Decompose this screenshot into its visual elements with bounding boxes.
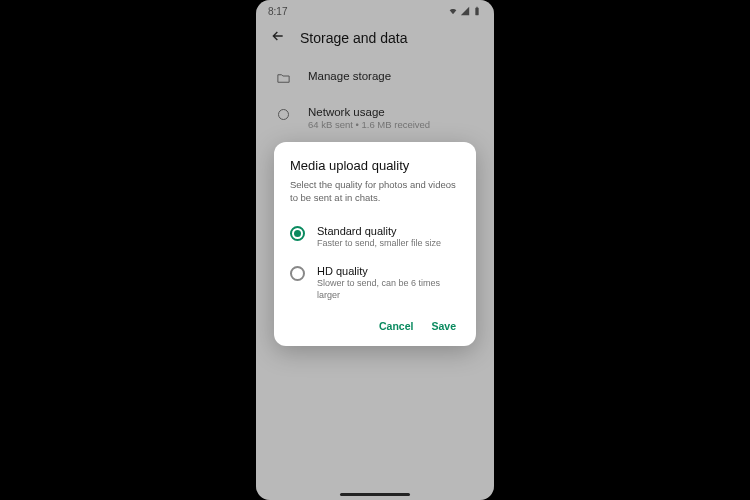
battery-icon	[472, 6, 482, 16]
option-sublabel: Faster to send, smaller file size	[317, 238, 441, 250]
option-hd-quality[interactable]: HD quality Slower to send, can be 6 time…	[290, 259, 460, 311]
row-sublabel: 64 kB sent • 1.6 MB received	[308, 119, 430, 130]
signal-icon	[460, 6, 470, 16]
phone-frame: 8:17 Storage and data Manage storage	[256, 0, 494, 500]
folder-icon	[274, 70, 292, 86]
status-bar: 8:17	[256, 0, 494, 22]
gesture-bar	[340, 493, 410, 496]
svg-rect-1	[476, 7, 478, 8]
dialog-actions: Cancel Save	[290, 312, 460, 338]
media-quality-dialog: Media upload quality Select the quality …	[274, 142, 476, 346]
svg-rect-0	[475, 8, 478, 16]
clock: 8:17	[268, 6, 287, 17]
wifi-icon	[448, 6, 458, 16]
option-standard-quality[interactable]: Standard quality Faster to send, smaller…	[290, 219, 460, 260]
status-icons	[448, 6, 482, 16]
cancel-button[interactable]: Cancel	[379, 320, 413, 332]
data-usage-icon	[274, 106, 292, 122]
save-button[interactable]: Save	[431, 320, 456, 332]
app-bar: Storage and data	[256, 22, 494, 58]
arrow-left-icon	[270, 28, 286, 44]
radio-selected-icon	[290, 226, 305, 241]
option-label: Standard quality	[317, 225, 441, 237]
row-label: Manage storage	[308, 70, 391, 82]
option-sublabel: Slower to send, can be 6 times larger	[317, 278, 460, 301]
svg-point-2	[278, 110, 288, 120]
dialog-subtitle: Select the quality for photos and videos…	[290, 179, 460, 205]
option-label: HD quality	[317, 265, 460, 277]
row-manage-storage[interactable]: Manage storage	[256, 60, 494, 96]
back-button[interactable]	[270, 28, 286, 48]
dialog-title: Media upload quality	[290, 158, 460, 173]
radio-unselected-icon	[290, 266, 305, 281]
row-network-usage[interactable]: Network usage 64 kB sent • 1.6 MB receiv…	[256, 96, 494, 140]
row-label: Network usage	[308, 106, 430, 118]
page-title: Storage and data	[300, 30, 407, 46]
